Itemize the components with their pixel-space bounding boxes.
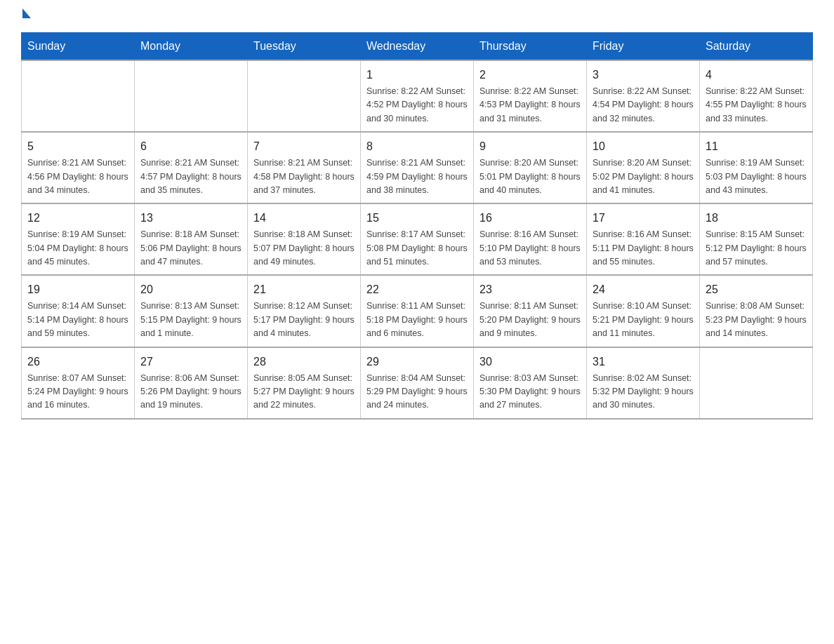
day-number: 8 (366, 138, 468, 155)
calendar-week-row: 19Sunrise: 8:14 AM Sunset: 5:14 PM Dayli… (22, 275, 813, 347)
calendar-cell: 29Sunrise: 8:04 AM Sunset: 5:29 PM Dayli… (361, 347, 474, 419)
day-info: Sunrise: 8:05 AM Sunset: 5:27 PM Dayligh… (253, 372, 355, 412)
day-info: Sunrise: 8:14 AM Sunset: 5:14 PM Dayligh… (27, 300, 128, 340)
calendar-header-saturday: Saturday (700, 33, 813, 61)
calendar-cell: 15Sunrise: 8:17 AM Sunset: 5:08 PM Dayli… (361, 203, 474, 275)
calendar-header-tuesday: Tuesday (248, 33, 361, 61)
day-number: 31 (593, 354, 694, 370)
day-info: Sunrise: 8:16 AM Sunset: 5:11 PM Dayligh… (593, 228, 694, 269)
calendar-cell: 27Sunrise: 8:06 AM Sunset: 5:26 PM Dayli… (135, 347, 248, 419)
day-number: 30 (479, 354, 581, 370)
day-number: 16 (479, 210, 581, 227)
day-info: Sunrise: 8:20 AM Sunset: 5:01 PM Dayligh… (479, 156, 581, 197)
day-number: 7 (253, 138, 355, 155)
day-info: Sunrise: 8:22 AM Sunset: 4:53 PM Dayligh… (479, 85, 581, 126)
calendar-cell: 6Sunrise: 8:21 AM Sunset: 4:57 PM Daylig… (135, 132, 248, 203)
day-info: Sunrise: 8:02 AM Sunset: 5:32 PM Dayligh… (593, 372, 694, 412)
calendar-cell: 28Sunrise: 8:05 AM Sunset: 5:27 PM Dayli… (248, 347, 361, 419)
day-number: 12 (27, 210, 128, 227)
calendar-cell: 23Sunrise: 8:11 AM Sunset: 5:20 PM Dayli… (474, 275, 587, 347)
day-info: Sunrise: 8:21 AM Sunset: 4:58 PM Dayligh… (253, 156, 355, 197)
calendar-cell: 12Sunrise: 8:19 AM Sunset: 5:04 PM Dayli… (22, 203, 135, 275)
day-info: Sunrise: 8:22 AM Sunset: 4:55 PM Dayligh… (706, 85, 807, 126)
day-info: Sunrise: 8:08 AM Sunset: 5:23 PM Dayligh… (706, 300, 807, 340)
day-number: 10 (593, 138, 694, 155)
day-info: Sunrise: 8:04 AM Sunset: 5:29 PM Dayligh… (366, 372, 468, 412)
day-number: 23 (479, 281, 581, 298)
calendar-week-row: 5Sunrise: 8:21 AM Sunset: 4:56 PM Daylig… (22, 132, 813, 203)
calendar-cell: 10Sunrise: 8:20 AM Sunset: 5:02 PM Dayli… (587, 132, 700, 203)
calendar-cell: 26Sunrise: 8:07 AM Sunset: 5:24 PM Dayli… (22, 347, 135, 419)
calendar-cell (135, 60, 248, 132)
day-info: Sunrise: 8:21 AM Sunset: 4:57 PM Dayligh… (140, 156, 241, 197)
day-info: Sunrise: 8:21 AM Sunset: 4:59 PM Dayligh… (366, 156, 468, 197)
day-number: 18 (706, 210, 807, 227)
calendar-header-friday: Friday (587, 33, 700, 61)
day-number: 22 (366, 281, 468, 298)
logo-triangle-icon (22, 8, 31, 18)
day-number: 29 (366, 354, 468, 370)
day-info: Sunrise: 8:07 AM Sunset: 5:24 PM Dayligh… (27, 372, 128, 412)
calendar-cell: 30Sunrise: 8:03 AM Sunset: 5:30 PM Dayli… (474, 347, 587, 419)
day-info: Sunrise: 8:12 AM Sunset: 5:17 PM Dayligh… (253, 300, 355, 340)
calendar-cell: 13Sunrise: 8:18 AM Sunset: 5:06 PM Dayli… (135, 203, 248, 275)
calendar-cell: 1Sunrise: 8:22 AM Sunset: 4:52 PM Daylig… (361, 60, 474, 132)
day-info: Sunrise: 8:03 AM Sunset: 5:30 PM Dayligh… (479, 372, 581, 412)
calendar-cell: 8Sunrise: 8:21 AM Sunset: 4:59 PM Daylig… (361, 132, 474, 203)
calendar-week-row: 26Sunrise: 8:07 AM Sunset: 5:24 PM Dayli… (22, 347, 813, 419)
day-info: Sunrise: 8:11 AM Sunset: 5:20 PM Dayligh… (479, 300, 581, 340)
day-number: 3 (593, 67, 694, 83)
day-number: 2 (479, 67, 581, 83)
day-info: Sunrise: 8:16 AM Sunset: 5:10 PM Dayligh… (479, 228, 581, 269)
calendar-header-row: SundayMondayTuesdayWednesdayThursdayFrid… (22, 33, 813, 61)
calendar-cell: 4Sunrise: 8:22 AM Sunset: 4:55 PM Daylig… (700, 60, 813, 132)
day-number: 17 (593, 210, 694, 227)
day-info: Sunrise: 8:06 AM Sunset: 5:26 PM Dayligh… (140, 372, 241, 412)
day-info: Sunrise: 8:15 AM Sunset: 5:12 PM Dayligh… (706, 228, 807, 269)
calendar-cell: 17Sunrise: 8:16 AM Sunset: 5:11 PM Dayli… (587, 203, 700, 275)
day-number: 5 (27, 138, 128, 155)
day-number: 9 (479, 138, 581, 155)
day-number: 4 (706, 67, 807, 83)
day-info: Sunrise: 8:19 AM Sunset: 5:03 PM Dayligh… (706, 156, 807, 197)
logo (21, 14, 31, 18)
day-number: 25 (706, 281, 807, 298)
day-number: 26 (27, 354, 128, 370)
day-info: Sunrise: 8:22 AM Sunset: 4:54 PM Dayligh… (593, 85, 694, 126)
calendar-cell: 2Sunrise: 8:22 AM Sunset: 4:53 PM Daylig… (474, 60, 587, 132)
day-number: 11 (706, 138, 807, 155)
calendar-header-thursday: Thursday (474, 33, 587, 61)
calendar-cell: 31Sunrise: 8:02 AM Sunset: 5:32 PM Dayli… (587, 347, 700, 419)
calendar-cell: 20Sunrise: 8:13 AM Sunset: 5:15 PM Dayli… (135, 275, 248, 347)
day-info: Sunrise: 8:21 AM Sunset: 4:56 PM Dayligh… (27, 156, 128, 197)
day-info: Sunrise: 8:10 AM Sunset: 5:21 PM Dayligh… (593, 300, 694, 340)
day-info: Sunrise: 8:18 AM Sunset: 5:06 PM Dayligh… (140, 228, 241, 269)
calendar-header-wednesday: Wednesday (361, 33, 474, 61)
day-info: Sunrise: 8:17 AM Sunset: 5:08 PM Dayligh… (366, 228, 468, 269)
day-number: 1 (366, 67, 468, 83)
calendar-cell: 9Sunrise: 8:20 AM Sunset: 5:01 PM Daylig… (474, 132, 587, 203)
calendar-cell (700, 347, 813, 419)
calendar-table: SundayMondayTuesdayWednesdayThursdayFrid… (21, 32, 813, 420)
calendar-cell: 14Sunrise: 8:18 AM Sunset: 5:07 PM Dayli… (248, 203, 361, 275)
day-number: 28 (253, 354, 355, 370)
calendar-week-row: 1Sunrise: 8:22 AM Sunset: 4:52 PM Daylig… (22, 60, 813, 132)
logo-blue-part (21, 14, 31, 18)
day-number: 19 (27, 281, 128, 298)
day-number: 27 (140, 354, 241, 370)
calendar-cell (22, 60, 135, 132)
calendar-cell: 22Sunrise: 8:11 AM Sunset: 5:18 PM Dayli… (361, 275, 474, 347)
calendar-cell: 24Sunrise: 8:10 AM Sunset: 5:21 PM Dayli… (587, 275, 700, 347)
calendar-cell: 16Sunrise: 8:16 AM Sunset: 5:10 PM Dayli… (474, 203, 587, 275)
calendar-cell: 7Sunrise: 8:21 AM Sunset: 4:58 PM Daylig… (248, 132, 361, 203)
calendar-cell: 18Sunrise: 8:15 AM Sunset: 5:12 PM Dayli… (700, 203, 813, 275)
calendar-cell: 25Sunrise: 8:08 AM Sunset: 5:23 PM Dayli… (700, 275, 813, 347)
day-number: 6 (140, 138, 241, 155)
day-number: 15 (366, 210, 468, 227)
day-info: Sunrise: 8:20 AM Sunset: 5:02 PM Dayligh… (593, 156, 694, 197)
day-info: Sunrise: 8:11 AM Sunset: 5:18 PM Dayligh… (366, 300, 468, 340)
calendar-cell: 3Sunrise: 8:22 AM Sunset: 4:54 PM Daylig… (587, 60, 700, 132)
calendar-week-row: 12Sunrise: 8:19 AM Sunset: 5:04 PM Dayli… (22, 203, 813, 275)
day-number: 14 (253, 210, 355, 227)
day-info: Sunrise: 8:13 AM Sunset: 5:15 PM Dayligh… (140, 300, 241, 340)
